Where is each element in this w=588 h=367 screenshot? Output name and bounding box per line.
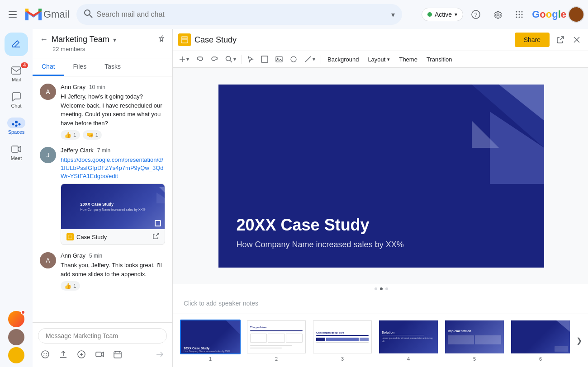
- chat-panel: ← Marketing Team ▾ 22 members Chat Files…: [33, 29, 173, 367]
- settings-button[interactable]: [488, 5, 507, 24]
- active-status-button[interactable]: Active ▾: [422, 8, 463, 21]
- mini-avatar-3[interactable]: [8, 347, 24, 363]
- thumbnail-img-2: The problem: [246, 320, 307, 354]
- search-chevron-icon[interactable]: ▾: [391, 10, 395, 19]
- open-external-icon[interactable]: [153, 233, 159, 241]
- shape-button[interactable]: [287, 53, 300, 66]
- mail-badge: 4: [21, 62, 28, 68]
- add-button[interactable]: ▾: [176, 53, 192, 66]
- chat-input-icons: [38, 347, 167, 362]
- share-button[interactable]: Share: [515, 33, 550, 47]
- layout-button[interactable]: Layout ▾: [364, 53, 394, 66]
- close-button[interactable]: [569, 33, 584, 47]
- chat-messages: A Ann Gray 10 min Hi Jeffery, how's it g…: [33, 76, 172, 322]
- slide-main[interactable]: 20XX Case Study How Company Name increas…: [173, 68, 588, 284]
- avatar[interactable]: [568, 6, 584, 23]
- back-button[interactable]: ←: [40, 35, 48, 44]
- help-button[interactable]: ?: [467, 5, 485, 24]
- svg-rect-46: [261, 56, 268, 62]
- sidebar-item-spaces[interactable]: Spaces: [0, 114, 33, 138]
- sidebar: 4 Mail Chat Spaces: [0, 29, 33, 367]
- send-button[interactable]: [152, 347, 167, 362]
- transition-button[interactable]: Transition: [423, 53, 456, 66]
- menu-icon[interactable]: [4, 5, 22, 24]
- active-chevron-icon: ▾: [455, 11, 457, 18]
- message-header-1: Ann Gray 10 min: [61, 84, 165, 90]
- slide-canvas[interactable]: 20XX Case Study How Company Name increas…: [218, 85, 544, 268]
- redo-button[interactable]: [208, 53, 221, 66]
- thumbnail-3[interactable]: Challenges deep-dive 3: [312, 320, 373, 362]
- svg-point-12: [519, 14, 520, 15]
- tab-chat[interactable]: Chat: [33, 58, 64, 76]
- sidebar-item-label-chat: Chat: [11, 103, 21, 108]
- topbar-right: Active ▾ ? Google: [422, 5, 584, 24]
- more-options-button[interactable]: [74, 347, 89, 362]
- thumbnail-2[interactable]: The problem 2: [246, 320, 307, 362]
- sidebar-item-mail[interactable]: 4 Mail: [0, 61, 33, 86]
- speaker-notes[interactable]: Click to add speaker notes: [173, 294, 588, 314]
- slide-preview-card[interactable]: 20XX Case Study How Company Name increas…: [61, 184, 165, 245]
- video-button[interactable]: [92, 347, 107, 362]
- compose-button[interactable]: [5, 33, 28, 56]
- team-name-chevron-icon[interactable]: ▾: [113, 36, 116, 43]
- google-account-button[interactable]: Google: [532, 6, 584, 23]
- thumbnails-bar: 20XX Case Study How Company Name increas…: [173, 314, 588, 367]
- message-1: A Ann Gray 10 min Hi Jeffery, how's it g…: [40, 84, 165, 140]
- presentation-title: Case Study: [194, 35, 511, 45]
- search-input[interactable]: [96, 10, 388, 19]
- reaction-thumbsup-1[interactable]: 👍 1: [61, 130, 80, 140]
- reaction-thumbsup-3[interactable]: 👍 1: [61, 281, 80, 291]
- svg-point-29: [46, 353, 47, 354]
- apps-button[interactable]: [510, 5, 528, 24]
- slide-preview-label: Case Study: [76, 234, 107, 240]
- layout-chevron-icon: ▾: [387, 56, 390, 62]
- thumbnail-5[interactable]: Implementation 5: [444, 320, 505, 362]
- zoom-button[interactable]: ▾: [223, 53, 239, 66]
- upload-button[interactable]: [56, 347, 71, 362]
- thumbnails-chevron-right-icon[interactable]: ❯: [576, 336, 582, 345]
- google-logo: Google: [532, 9, 566, 20]
- search-bar[interactable]: ▾: [76, 4, 402, 25]
- chat-input-area: [33, 322, 172, 367]
- thumbnail-6[interactable]: 6: [510, 320, 571, 362]
- image-button[interactable]: [273, 53, 285, 66]
- chat-team-name: Marketing Team: [52, 35, 109, 44]
- undo-button[interactable]: [194, 53, 206, 66]
- slide-dot-1: [375, 287, 377, 290]
- svg-point-13: [522, 14, 523, 15]
- open-external-button[interactable]: [553, 33, 568, 47]
- message-time-3: 5 min: [89, 253, 102, 259]
- avatar-ann-gray-2: A: [40, 252, 56, 268]
- mini-avatar-2[interactable]: [8, 329, 24, 345]
- select-button[interactable]: [245, 53, 256, 66]
- message-link-2[interactable]: https://docs.google.com/presentation/d/1…: [61, 156, 164, 179]
- frame-button[interactable]: [258, 53, 271, 66]
- thumbnails-next-btn[interactable]: ❯: [576, 336, 582, 345]
- reaction-fist-1[interactable]: 🤜 1: [83, 130, 102, 140]
- reaction-emoji-1: 👍: [64, 132, 71, 138]
- reaction-emoji-3: 👍: [64, 282, 71, 289]
- theme-button[interactable]: Theme: [395, 53, 421, 66]
- gmail-logo[interactable]: Gmail: [25, 9, 69, 21]
- line-button[interactable]: ▾: [302, 53, 318, 66]
- reaction-count-1: 1: [73, 132, 76, 138]
- svg-marker-56: [556, 320, 570, 332]
- thumbnail-4[interactable]: Solution Lorem ipsum dolor sit amet, con…: [378, 320, 439, 362]
- thumbnail-img-4: Solution Lorem ipsum dolor sit amet, con…: [378, 320, 439, 354]
- message-time-1: 10 min: [89, 84, 105, 90]
- tab-files[interactable]: Files: [64, 58, 96, 76]
- thumbnail-1[interactable]: 20XX Case Study How Company Name increas…: [180, 320, 241, 362]
- pin-button[interactable]: [157, 34, 165, 45]
- sidebar-item-label-meet: Meet: [11, 155, 22, 161]
- slide-subtitle-text: How Company Name increased sales by XX%: [237, 240, 526, 249]
- calendar-button[interactable]: [110, 347, 125, 362]
- mini-avatar-1[interactable]: [8, 311, 24, 327]
- thumbnail-num-2: 2: [246, 356, 307, 362]
- background-button[interactable]: Background: [324, 53, 362, 66]
- sidebar-item-chat[interactable]: Chat: [0, 88, 33, 112]
- sidebar-item-meet[interactable]: Meet: [0, 140, 33, 165]
- tab-tasks[interactable]: Tasks: [95, 58, 130, 76]
- chat-input[interactable]: [46, 332, 159, 339]
- emoji-button[interactable]: [38, 347, 52, 362]
- slide-bg-svg: [399, 85, 544, 184]
